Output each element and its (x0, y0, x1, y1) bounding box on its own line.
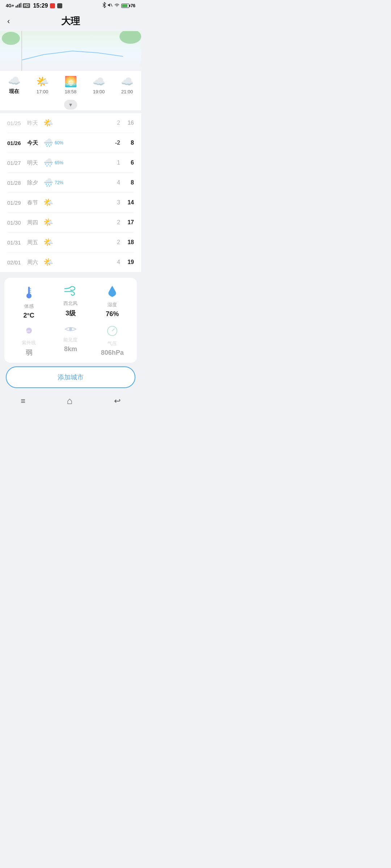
daily-row-0130: 01/30 周四 🌤️ 2 17 (7, 213, 134, 233)
hourly-item-1900: ☁️ 19:00 (85, 77, 113, 94)
detail-uv: UV 紫外线 弱 (8, 325, 50, 357)
battery-icon (121, 4, 129, 8)
date-0130: 01/30 (7, 220, 27, 226)
daily-row-0125: 01/25 昨天 🌤️ 2 16 (7, 113, 134, 133)
time: 15:29 (33, 3, 48, 9)
humidity-icon (107, 285, 118, 299)
svg-point-5 (2, 32, 20, 45)
h1858-label: 18:58 (65, 89, 77, 94)
date-0125: 01/25 (7, 120, 27, 126)
eye-icon (64, 325, 77, 335)
svg-point-6 (119, 31, 141, 44)
h1700-weather-icon: 🌤️ (36, 77, 49, 87)
pressure-value: 806hPa (101, 349, 124, 357)
precip-0128: 72% (55, 180, 68, 185)
high-0131: 18 (127, 239, 134, 246)
hourly-item-1858: 🌅 18:58 (56, 77, 85, 94)
header: ‹ 大理 (0, 10, 141, 31)
signal-bars (16, 3, 21, 9)
label-0127: 明天 (27, 159, 43, 166)
label-0128: 除夕 (27, 179, 43, 186)
add-city-label: 添加城市 (58, 374, 84, 381)
battery-pct: 76 (131, 3, 135, 8)
icon-0131: 🌤️ (43, 238, 53, 247)
humidity-value: 76% (106, 310, 119, 318)
high-0128: 8 (127, 179, 134, 186)
h1858-weather-icon: 🌅 (64, 77, 77, 87)
app-badge-red (50, 3, 55, 8)
icon-0126: 🌧️ (43, 138, 53, 148)
icon-0129: 🌤️ (43, 198, 53, 207)
details-row-1: 体感 2°C 西北风 3级 湿度 76% (8, 285, 133, 319)
home-button[interactable]: ⌂ (67, 395, 73, 407)
now-weather-icon: ☁️ (8, 76, 21, 86)
date-0128: 01/28 (7, 180, 27, 186)
daily-row-0131: 01/31 周五 🌤️ 2 18 (7, 233, 134, 252)
low-0129: 3 (113, 199, 120, 206)
h1900-label: 19:00 (93, 89, 105, 94)
svg-point-17 (69, 328, 72, 331)
humidity-label: 湿度 (108, 302, 117, 308)
detail-humidity: 湿度 76% (92, 285, 133, 318)
precip-0127: 65% (55, 160, 68, 165)
low-0128: 4 (113, 179, 120, 186)
hd-badge: HD (23, 3, 30, 8)
back-nav-button[interactable]: ↩ (114, 396, 121, 406)
status-left: 4G+ HD 15:29 (6, 3, 62, 9)
pressure-label: 气压 (108, 340, 117, 347)
svg-line-4 (111, 4, 112, 7)
icon-0201: 🌤️ (43, 258, 53, 267)
high-0127: 6 (127, 159, 134, 166)
details-card: 体感 2°C 西北风 3级 湿度 76% (4, 278, 137, 363)
feels-like-label: 体感 (24, 303, 34, 310)
daily-row-0127: 01/27 明天 🌨️ 65% 1 6 (7, 153, 134, 173)
h1900-weather-icon: ☁️ (93, 77, 105, 87)
bottom-nav: ≡ ⌂ ↩ (0, 391, 141, 412)
detail-visibility: 能见度 8km (50, 325, 91, 353)
hourly-strip: ☁️ 现在 🌤️ 17:00 🌅 18:58 ☁️ 19:00 ☁️ 21:00 (0, 71, 141, 98)
label-0201: 周六 (27, 259, 43, 266)
high-0130: 17 (127, 219, 134, 226)
detail-pressure: 气压 806hPa (92, 325, 133, 357)
mute-icon (108, 3, 113, 9)
uv-icon: UV (24, 325, 34, 337)
signal-text: 4G+ (6, 3, 14, 8)
high-0129: 14 (127, 199, 134, 206)
menu-button[interactable]: ≡ (21, 396, 25, 406)
icon-0128: 🌧️ (43, 178, 53, 187)
uv-value: 弱 (26, 348, 32, 357)
icon-0125: 🌤️ (43, 118, 53, 128)
date-0129: 01/29 (7, 200, 27, 206)
high-0125: 16 (127, 120, 134, 126)
status-bar: 4G+ HD 15:29 76 (0, 0, 141, 10)
svg-rect-2 (19, 4, 20, 8)
h1700-label: 17:00 (37, 89, 49, 94)
divider-1 (0, 110, 141, 113)
visibility-value: 8km (64, 345, 77, 353)
wind-icon (64, 285, 77, 298)
svg-text:UV: UV (26, 329, 30, 333)
low-0130: 2 (113, 219, 120, 226)
details-row-2: UV 紫外线 弱 能见度 8km 气压 (8, 325, 133, 357)
date-0127: 01/27 (7, 160, 27, 166)
add-city-button[interactable]: 添加城市 (6, 366, 135, 388)
collapse-button[interactable]: ▾ (64, 100, 77, 110)
status-right: 76 (102, 2, 135, 9)
date-0131: 01/31 (7, 239, 27, 246)
high-0201: 19 (127, 259, 134, 265)
label-0129: 春节 (27, 199, 43, 206)
hourly-item-2100: ☁️ 21:00 (113, 77, 141, 94)
low-0126: -2 (113, 140, 120, 146)
label-0126: 今天 (27, 140, 43, 146)
wind-value: 3级 (66, 309, 76, 318)
feels-like-value: 2°C (24, 312, 34, 319)
svg-rect-11 (28, 289, 30, 295)
svg-rect-1 (17, 5, 18, 8)
daily-row-0201: 02/01 周六 🌤️ 4 19 (7, 252, 134, 272)
weather-chart (0, 31, 141, 71)
back-button[interactable]: ‹ (7, 17, 10, 26)
precip-0126: 60% (55, 140, 68, 145)
hourly-item-now: ☁️ 现在 (0, 76, 28, 95)
detail-feels-like: 体感 2°C (8, 285, 50, 319)
daily-row-0129: 01/29 春节 🌤️ 3 14 (7, 193, 134, 213)
